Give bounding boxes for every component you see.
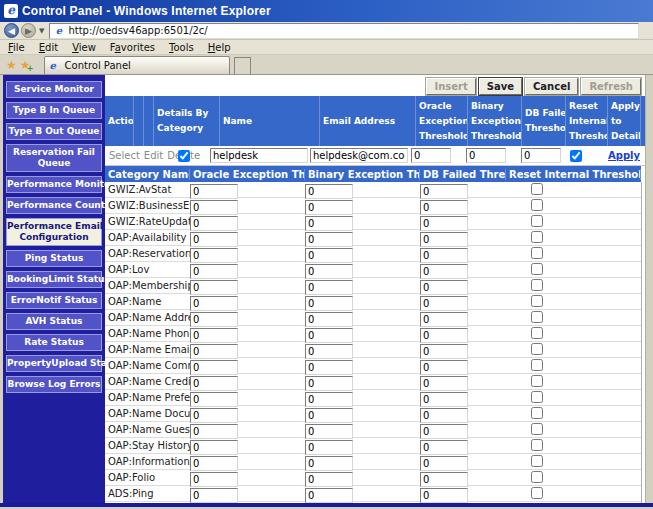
category-name: OAP:Memberships [105, 280, 190, 291]
reset-internal-cell [506, 500, 641, 503]
sidebar-item-ping-status[interactable]: Ping Status [6, 250, 102, 267]
reset-internal-checkbox[interactable] [531, 199, 543, 211]
reset-internal-checkbox[interactable] [531, 359, 543, 371]
binary-threshold-input[interactable] [466, 148, 506, 163]
oracle-threshold-input[interactable] [411, 148, 451, 163]
sidebar-item-service-monitor[interactable]: Service Monitor [6, 81, 102, 98]
window-title: Control Panel - Windows Internet Explore… [22, 4, 271, 18]
category-name: OAP:Lov [105, 264, 190, 275]
refresh-button[interactable]: Refresh [581, 78, 641, 95]
category-name: ADS:Ping [105, 488, 190, 499]
category-name: OAP:Name [105, 296, 190, 307]
email-header-cell [144, 96, 154, 146]
menu-item-edit[interactable]: Edit [39, 42, 58, 53]
edit-link[interactable]: Edit [144, 150, 163, 161]
db-failed-threshold-input[interactable] [521, 148, 561, 163]
apply-link[interactable]: Apply [608, 150, 640, 161]
category-header-cell: Oracle Exception Threshold [190, 169, 305, 180]
sidebar-item-avh-status[interactable]: AVH Status [6, 313, 102, 330]
email-header-cell: Details By Category [154, 96, 220, 146]
forward-button[interactable]: ▶ [21, 23, 36, 38]
page-content: Service MonitorType B In QueueType B Out… [0, 75, 653, 503]
menu-bar: FileEditViewFavoritesToolsHelp [0, 40, 653, 55]
sidebar-item-propertyupload-status[interactable]: PropertyUpload Status [6, 355, 102, 372]
sidebar-item-type-b-out-queue[interactable]: Type B Out Queue [6, 123, 102, 140]
category-header-cell: Binary Exception Threshold [305, 169, 420, 180]
sidebar-item-reservation-fail-queue[interactable]: Reservation FailQueue [6, 144, 102, 172]
details-by-category-checkbox[interactable] [178, 150, 190, 162]
reset-internal-checkbox[interactable] [531, 391, 543, 403]
reset-internal-checkbox[interactable] [531, 247, 543, 259]
reset-internal-checkbox[interactable] [531, 343, 543, 355]
browser-window: e Control Panel - Windows Internet Explo… [0, 0, 653, 509]
name-input[interactable] [210, 148, 308, 163]
menu-item-help[interactable]: Help [208, 42, 231, 53]
reset-internal-checkbox[interactable] [531, 423, 543, 435]
email-table-row: Select Edit Delete [105, 146, 645, 166]
email-cell [310, 148, 411, 163]
menu-item-favorites[interactable]: Favorites [110, 42, 155, 53]
oracle-threshold-cell [411, 148, 466, 163]
sidebar-item-errornotif-status[interactable]: ErrorNotif Status [6, 292, 102, 309]
insert-button[interactable]: Insert [426, 78, 475, 95]
address-bar: ◀ ▶ ▼ e http://oedsv46app:6501/2c/ [0, 22, 653, 40]
email-input[interactable] [310, 148, 408, 163]
category-header-cell: Category Name [105, 169, 190, 180]
reset-internal-checkbox[interactable] [531, 471, 543, 483]
sidebar-item-bookinglimit-status[interactable]: BookingLimit Status [6, 271, 102, 288]
category-name: OAP:Name Address [105, 312, 190, 323]
reset-internal-checkbox[interactable] [531, 439, 543, 451]
category-table-body: GWIZ:AvStatGWIZ:BusinessEventGWIZ:RateUp… [105, 182, 642, 503]
email-header-cell: Oracle Exception Threshold [416, 96, 468, 146]
back-button[interactable]: ◀ [4, 23, 19, 38]
category-name: GWIZ:RateUpdate [105, 216, 190, 227]
category-name: GWIZ:AvStat [105, 184, 190, 195]
sidebar-item-type-b-in-queue[interactable]: Type B In Queue [6, 102, 102, 119]
category-name: OAP:Reservations [105, 248, 190, 259]
reset-internal-checkbox[interactable] [570, 150, 582, 162]
page-icon: e [53, 25, 64, 36]
email-header-cell: Email Address [320, 96, 416, 146]
reset-internal-checkbox[interactable] [531, 295, 543, 307]
category-name: GWIZ:BusinessEvent [105, 200, 190, 211]
menu-item-file[interactable]: File [8, 42, 25, 53]
reset-internal-checkbox[interactable] [531, 487, 543, 499]
sidebar-item-performance-counter[interactable]: Performance Counter [6, 197, 102, 214]
title-bar: e Control Panel - Windows Internet Explo… [0, 0, 653, 22]
main-panel: InsertSaveCancelRefresh ActionDetails By… [105, 75, 645, 503]
category-name: OAP:Information [105, 456, 190, 467]
reset-internal-checkbox[interactable] [531, 231, 543, 243]
sidebar-item-performance-monitor[interactable]: Performance Monitor [6, 176, 102, 193]
threshold-cell [190, 500, 305, 503]
category-header-cell: DB Failed Threshold [420, 169, 506, 180]
ie-window-icon: e [4, 4, 18, 18]
reset-internal-checkbox[interactable] [531, 327, 543, 339]
url-field[interactable]: e http://oedsv46app:6501/2c/ [49, 23, 639, 39]
save-button[interactable]: Save [479, 78, 522, 95]
favorites-star-icon[interactable]: ★ [6, 57, 17, 73]
reset-internal-checkbox[interactable] [531, 311, 543, 323]
sidebar-item-browse-log-errors[interactable]: Browse Log Errors [6, 376, 102, 393]
new-tab-button[interactable] [234, 57, 251, 74]
reset-internal-checkbox[interactable] [531, 215, 543, 227]
category-name: OAP:Name Phone [105, 328, 190, 339]
reset-internal-checkbox[interactable] [531, 455, 543, 467]
recent-pages-dropdown-icon[interactable]: ▼ [39, 27, 44, 35]
select-link[interactable]: Select [109, 150, 140, 161]
tab-control-panel[interactable]: e Control Panel [44, 56, 230, 74]
reset-internal-checkbox[interactable] [531, 375, 543, 387]
window-frame-right [645, 75, 653, 503]
reset-internal-checkbox[interactable] [531, 279, 543, 291]
menu-item-tools[interactable]: Tools [169, 42, 194, 53]
category-name: OAP:Name Credit Card [105, 376, 190, 387]
form-action-buttons: InsertSaveCancelRefresh [105, 75, 645, 96]
add-favorite-icon[interactable]: ★ [20, 57, 31, 73]
reset-internal-checkbox[interactable] [531, 263, 543, 275]
cancel-button[interactable]: Cancel [525, 78, 578, 95]
sidebar-item-performance-email-configuration[interactable]: Performance EmailConfiguration [6, 218, 102, 246]
category-name: OAP:Stay History [105, 440, 190, 451]
sidebar-item-rate-status[interactable]: Rate Status [6, 334, 102, 351]
reset-internal-checkbox[interactable] [531, 407, 543, 419]
reset-internal-checkbox[interactable] [531, 183, 543, 195]
menu-item-view[interactable]: View [72, 42, 96, 53]
